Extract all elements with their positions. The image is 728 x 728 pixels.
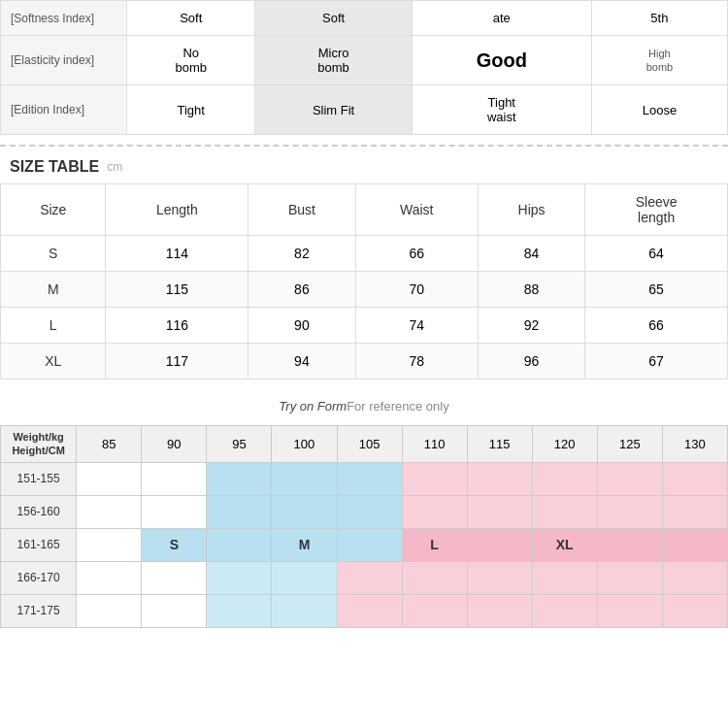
measurements-cell-hips: 88 <box>478 272 584 308</box>
index-row-label: [Softness Index] <box>1 1 127 36</box>
fit-grid-cell <box>77 561 142 594</box>
fit-grid-cell <box>467 528 532 561</box>
measurements-cell-bust: 86 <box>248 272 355 308</box>
fit-grid-cell <box>337 594 402 627</box>
measurements-cell-length: 114 <box>106 236 248 272</box>
measurements-header: Length <box>106 184 248 236</box>
fit-grid-cell: L <box>402 528 467 561</box>
fit-grid-cell <box>272 594 337 627</box>
index-cell: No bomb <box>127 36 255 85</box>
fit-grid-cell <box>597 528 662 561</box>
index-row-label: [Edition Index] <box>1 85 127 135</box>
index-cell: Soft <box>255 1 412 36</box>
fit-grid-cell <box>662 462 727 495</box>
measurements-cell-bust: 90 <box>248 308 355 344</box>
fit-grid-cell <box>272 495 337 528</box>
fit-grid-cell <box>532 594 597 627</box>
fit-grid-cell <box>337 462 402 495</box>
size-table-header: SIZE TABLE cm <box>0 147 728 183</box>
measurements-header: Bust <box>248 184 355 236</box>
fit-grid-wrapper: Weight/kgHeight/CM8590951001051101151201… <box>0 425 728 628</box>
fit-grid-cell <box>207 594 272 627</box>
fit-grid-cell <box>207 462 272 495</box>
fit-grid-weight-header: 100 <box>272 426 337 463</box>
index-table: [Softness Index]SoftSoftate5th[Elasticit… <box>0 0 728 135</box>
measurements-cell-sleeve: 65 <box>585 272 728 308</box>
measurements-cell-size: XL <box>1 344 106 380</box>
fit-grid-cell <box>662 495 727 528</box>
fit-grid-weight-header: 85 <box>77 426 142 463</box>
fit-grid-cell <box>467 495 532 528</box>
fit-grid-cell <box>272 462 337 495</box>
fit-grid-cell <box>532 462 597 495</box>
fit-grid-cell <box>337 561 402 594</box>
fit-grid-cell <box>77 462 142 495</box>
list-item: 161-165SMLXL <box>1 528 728 561</box>
measurements-cell-waist: 78 <box>355 344 478 380</box>
fit-grid-cell <box>662 594 727 627</box>
fit-grid-cell <box>272 561 337 594</box>
index-row-label: [Elasticity index] <box>1 36 127 85</box>
measurements-cell-size: S <box>1 236 106 272</box>
fit-grid-cell <box>207 528 272 561</box>
measurements-header: Hips <box>478 184 584 236</box>
fit-grid-cell <box>337 495 402 528</box>
fit-grid-weight-header: 115 <box>467 426 532 463</box>
fit-grid-weight-header: 95 <box>207 426 272 463</box>
fit-grid-cell <box>402 594 467 627</box>
table-row: M11586708865 <box>1 272 728 308</box>
fit-grid-height-label: 156-160 <box>1 495 77 528</box>
fit-grid-cell <box>142 462 207 495</box>
measurements-cell-size: L <box>1 308 106 344</box>
fit-grid-weight-header: 105 <box>337 426 402 463</box>
size-label: M <box>299 537 311 552</box>
fit-grid-cell <box>402 561 467 594</box>
measurements-cell-sleeve: 64 <box>585 236 728 272</box>
fit-grid-cell <box>597 495 662 528</box>
measurements-header: Size <box>1 184 106 236</box>
index-cell: Loose <box>591 85 727 135</box>
fit-grid-cell <box>142 594 207 627</box>
measurements-cell-bust: 82 <box>248 236 355 272</box>
fit-grid-height-label: 171-175 <box>1 594 77 627</box>
fit-grid-cell: M <box>272 528 337 561</box>
fit-grid-cell <box>597 561 662 594</box>
fit-grid-cell <box>77 528 142 561</box>
measurements-cell-hips: 84 <box>478 236 584 272</box>
size-label: XL <box>556 537 574 552</box>
list-item: 171-175 <box>1 594 728 627</box>
index-cell: Tight waist <box>412 85 591 135</box>
fit-grid-cell <box>402 495 467 528</box>
measurements-table: SizeLengthBustWaistHipsSleeve length S11… <box>0 183 728 380</box>
fit-grid-weight-header: 120 <box>532 426 597 463</box>
measurements-cell-sleeve: 67 <box>585 344 728 380</box>
list-item: 151-155 <box>1 462 728 495</box>
size-table-title: SIZE TABLE <box>10 158 99 176</box>
measurements-header: Waist <box>355 184 478 236</box>
try-on-form: Try on FormFor reference only <box>0 399 728 414</box>
fit-grid-height-label: 151-155 <box>1 462 77 495</box>
fit-grid-cell <box>337 528 402 561</box>
fit-grid-cell <box>207 495 272 528</box>
index-cell: Tight <box>127 85 255 135</box>
fit-grid-height-label: 166-170 <box>1 561 77 594</box>
index-cell: 5th <box>591 1 727 36</box>
size-label: L <box>430 537 439 552</box>
measurements-cell-length: 116 <box>106 308 248 344</box>
fit-grid-weight-header: 110 <box>402 426 467 463</box>
fit-grid-cell: S <box>142 528 207 561</box>
list-item: 156-160 <box>1 495 728 528</box>
measurements-cell-length: 117 <box>106 344 248 380</box>
fit-grid-cell <box>662 528 727 561</box>
measurements-cell-waist: 70 <box>355 272 478 308</box>
fit-grid-cell <box>467 561 532 594</box>
fit-grid-cell <box>77 594 142 627</box>
fit-grid-cell <box>467 594 532 627</box>
measurements-cell-hips: 92 <box>478 308 584 344</box>
size-table-subtitle: cm <box>107 160 122 174</box>
fit-grid-cell <box>532 495 597 528</box>
index-cell: ate <box>412 1 591 36</box>
fit-grid-weight-header: 90 <box>142 426 207 463</box>
fit-grid-cell <box>402 462 467 495</box>
fit-grid-cell <box>597 594 662 627</box>
